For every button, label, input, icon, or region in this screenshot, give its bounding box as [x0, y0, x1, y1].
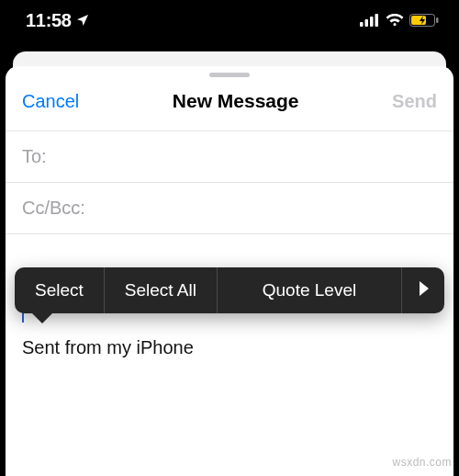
header-fields: To: Cc/Bcc: — [6, 130, 453, 234]
status-bar: 11:58 — [0, 0, 459, 40]
svg-rect-3 — [375, 14, 379, 27]
ccbcc-label: Cc/Bcc: — [22, 198, 85, 219]
to-label: To: — [22, 146, 47, 167]
signal-icon — [360, 14, 380, 27]
watermark: wsxdn.com — [392, 456, 452, 469]
svg-rect-6 — [436, 17, 439, 23]
text-context-menu: Select Select All Quote Level — [15, 267, 444, 313]
nav-bar: Cancel New Message Send — [6, 77, 453, 125]
svg-rect-1 — [365, 19, 369, 27]
menu-more-button[interactable] — [402, 267, 444, 313]
cancel-button[interactable]: Cancel — [22, 91, 79, 112]
svg-rect-2 — [370, 17, 374, 27]
wifi-icon — [386, 14, 404, 27]
ccbcc-field[interactable]: Cc/Bcc: — [6, 183, 453, 234]
location-arrow-icon — [75, 13, 90, 28]
to-field[interactable]: To: — [6, 131, 453, 183]
battery-charging-icon — [409, 14, 439, 27]
email-signature: Sent from my iPhone — [22, 337, 437, 358]
status-time: 11:58 — [26, 10, 72, 31]
status-left: 11:58 — [26, 10, 90, 31]
menu-select-all[interactable]: Select All — [105, 267, 217, 313]
menu-quote-level[interactable]: Quote Level — [218, 267, 401, 313]
status-right — [360, 14, 439, 27]
send-button[interactable]: Send — [392, 91, 437, 112]
menu-select[interactable]: Select — [15, 267, 104, 313]
svg-rect-0 — [360, 22, 364, 27]
chevron-right-icon — [418, 281, 429, 300]
page-title: New Message — [173, 90, 299, 112]
menu-tail — [31, 312, 53, 323]
